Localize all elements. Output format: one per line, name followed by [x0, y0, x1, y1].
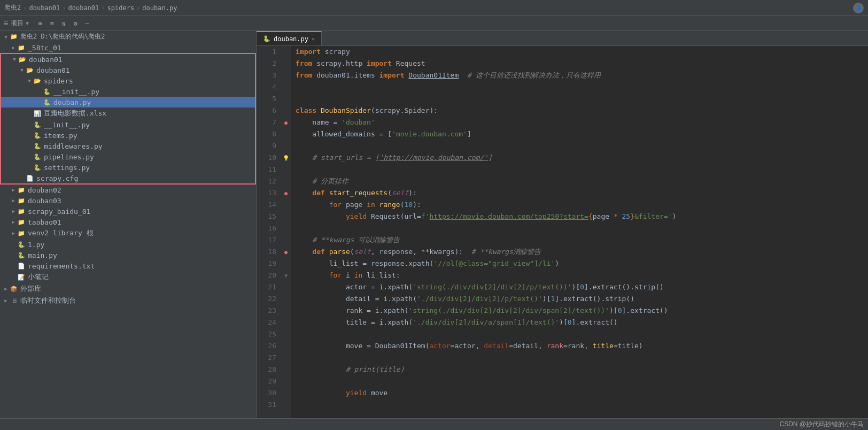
ln-30: 30	[261, 387, 276, 399]
settings-icon[interactable]: ⚙	[71, 19, 80, 28]
code-line-27	[291, 352, 868, 364]
breadcrumb-part3: douban01	[68, 4, 99, 12]
tab-close-button[interactable]: ✕	[312, 36, 315, 42]
label-init-py-2: __init__.py	[44, 121, 90, 129]
breadcrumb-part1: 爬虫2	[4, 3, 21, 12]
gutter-13[interactable]: ●	[281, 187, 291, 199]
code-content[interactable]: import scrapy from scrapy.http import Re…	[291, 46, 868, 418]
user-avatar[interactable]: 👤	[853, 3, 864, 13]
list-icon[interactable]: ≡	[47, 19, 57, 28]
code-line-13: def start_requests(self):	[291, 187, 868, 199]
arrow-scrapy-baidu: ▶	[10, 209, 17, 214]
code-editor[interactable]: 1 2 3 4 5 6 7 8 9 10 11 12 13 14 15 16 1…	[257, 46, 868, 418]
ln-15: 15	[261, 211, 276, 222]
folder-icon-douban03: 📁	[17, 196, 26, 205]
sidebar-item-58tc[interactable]: ▶ 📁 _58tc_01	[0, 42, 256, 53]
label-scrapy-cfg: scrapy.cfg	[36, 174, 78, 182]
ln-31: 31	[261, 399, 276, 411]
sidebar-item-notes[interactable]: 📝 小笔记	[0, 271, 256, 283]
label-main-py: main.py	[28, 251, 57, 259]
code-line-2: from scrapy.http import Request	[291, 58, 868, 70]
folder-icon-douban01-inner: 📂	[26, 66, 34, 74]
label-external-libs: 外部库	[20, 284, 41, 294]
tree-root[interactable]: ▼ 📁 爬虫2 D:\爬虫的代码\爬虫2	[0, 31, 256, 42]
sidebar-item-temp-ctrl[interactable]: ▶ 🖥 临时文件和控制台	[0, 295, 256, 306]
gutter-18[interactable]: ●	[281, 246, 291, 258]
sidebar-item-settings-py[interactable]: 🐍 settings.py	[1, 162, 255, 173]
breadcrumb-part5: douban.py	[142, 4, 177, 12]
gutter-25	[281, 328, 291, 340]
gutter-10: 💡	[281, 152, 291, 164]
gutter-15	[281, 211, 291, 222]
label-douban02: douban02	[28, 186, 61, 194]
sidebar-item-scrapy-cfg[interactable]: 📄 scrapy.cfg	[1, 173, 255, 183]
sidebar-item-spiders[interactable]: ▼ 📂 spiders	[1, 75, 255, 86]
py-icon-douban: 🐍	[43, 98, 51, 106]
sidebar-item-pipelines-py[interactable]: 🐍 pipelines.py	[1, 151, 255, 162]
label-douban03: douban03	[28, 197, 61, 205]
gutter-9	[281, 140, 291, 152]
sidebar-item-venv2[interactable]: ▶ 📁 venv2 library 根	[0, 227, 256, 239]
gutter-6	[281, 105, 291, 117]
py-icon-1py: 🐍	[17, 240, 26, 249]
sidebar-item-main-py[interactable]: 🐍 main.py	[0, 250, 256, 260]
label-notes: 小笔记	[28, 272, 49, 282]
red-border-section: ▼ 📂 douban01 ▼ 📂 douban01 ▼ 📂 spiders	[0, 53, 256, 185]
ln-24: 24	[261, 317, 276, 328]
sidebar-item-taobao01[interactable]: ▶ 📁 taobao01	[0, 217, 256, 227]
project-dropdown-icon[interactable]: ▼	[26, 20, 29, 26]
sidebar-item-items-py[interactable]: 🐍 items.py	[1, 130, 255, 141]
tab-douban-py[interactable]: 🐍 douban.py ✕	[257, 31, 322, 45]
code-line-24: title = i.xpath('./div/div[2]/div/a/span…	[291, 317, 868, 328]
sidebar-item-douban01-inner[interactable]: ▼ 📂 douban01	[1, 65, 255, 75]
arrow-douban01: ▼	[11, 57, 18, 62]
ln-4: 4	[261, 81, 276, 93]
ln-12: 12	[261, 175, 276, 187]
ln-19: 19	[261, 258, 276, 270]
sidebar-item-init-py-2[interactable]: 🐍 __init__.py	[1, 119, 255, 130]
py-icon-main: 🐍	[17, 251, 26, 259]
sidebar-item-douban-py[interactable]: 🐍 douban.py	[1, 97, 255, 107]
sidebar-item-init-py-1[interactable]: 🐍 __init__.py	[1, 86, 255, 97]
label-1py: 1.py	[28, 241, 44, 249]
label-taobao01: taobao01	[28, 218, 61, 226]
sidebar-item-scrapy-baidu[interactable]: ▶ 📁 scrapy_baidu_01	[0, 206, 256, 217]
sidebar-item-xlsx[interactable]: 📊 豆瓣电影数据.xlsx	[1, 107, 255, 119]
ln-21: 21	[261, 281, 276, 293]
sort-icon[interactable]: ⇅	[59, 19, 68, 28]
gutter-7[interactable]: ●	[281, 117, 291, 128]
gutter-2	[281, 58, 291, 70]
sidebar-item-middlewares-py[interactable]: 🐍 middlewares.py	[1, 141, 255, 151]
gutter-23	[281, 305, 291, 317]
code-line-9	[291, 140, 868, 152]
gutter-19	[281, 258, 291, 270]
sidebar-item-douban02[interactable]: ▶ 📁 douban02	[0, 185, 256, 195]
sidebar-item-external-libs[interactable]: ▶ 📦 外部库	[0, 283, 256, 295]
py-icon-middlewares: 🐍	[33, 142, 42, 150]
ln-6: 6	[261, 105, 276, 117]
gutter-21	[281, 281, 291, 293]
ln-7: 7	[261, 117, 276, 128]
label-init-py-1: __init__.py	[53, 88, 99, 96]
ln-14: 14	[261, 199, 276, 211]
file-tree: ▼ 📁 爬虫2 D:\爬虫的代码\爬虫2 ▶ 📁 _58tc_01 ▼ 📂 do…	[0, 31, 256, 418]
code-line-5	[291, 93, 868, 105]
py-icon-items: 🐍	[33, 131, 42, 140]
sidebar-item-douban01[interactable]: ▼ 📂 douban01	[1, 54, 255, 65]
collapse-icon[interactable]: —	[82, 19, 92, 28]
label-requirements: requirements.txt	[28, 262, 95, 270]
sidebar-item-1py[interactable]: 🐍 1.py	[0, 239, 256, 250]
code-line-18: def parse(self, response, **kwargs): # *…	[291, 246, 868, 258]
code-line-16	[291, 222, 868, 234]
add-icon[interactable]: ⊕	[35, 19, 45, 28]
gutter-24	[281, 317, 291, 328]
arrow-58tc: ▶	[10, 45, 17, 50]
code-line-15: yield Request(url=f'https://movie.douban…	[291, 211, 868, 222]
sidebar-item-requirements[interactable]: 📄 requirements.txt	[0, 260, 256, 271]
sidebar-item-douban03[interactable]: ▶ 📁 douban03	[0, 195, 256, 206]
title-bar-right: 👤	[853, 3, 864, 13]
code-line-31	[291, 399, 868, 411]
gutter-5	[281, 93, 291, 105]
hamburger-icon[interactable]: ☰	[3, 20, 9, 27]
toolbar: ☰ 项目 ▼ ⊕ ≡ ⇅ ⚙ —	[0, 16, 868, 31]
